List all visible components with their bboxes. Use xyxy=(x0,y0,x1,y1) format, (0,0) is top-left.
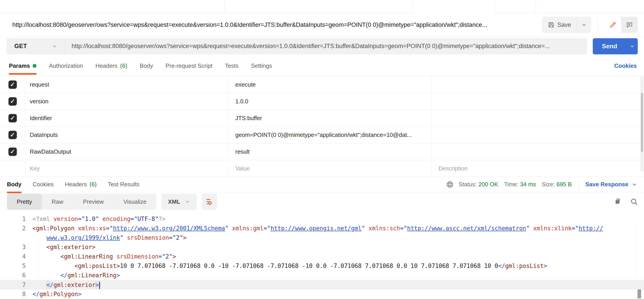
comments-button[interactable] xyxy=(621,17,638,33)
xml-token: <?xml xyxy=(32,216,54,222)
param-description-placeholder[interactable]: Description xyxy=(432,160,644,177)
view-preview[interactable]: Preview xyxy=(73,194,114,210)
param-description-cell[interactable] xyxy=(432,143,644,160)
param-checkbox[interactable]: ✓ xyxy=(8,97,17,106)
xml-token: 10 0 7.071068 -7.071068 0.0 -10 -7.07106… xyxy=(120,262,498,269)
param-key-cell[interactable]: Identifier xyxy=(25,110,228,126)
response-body-editor[interactable]: 1<?xml version="1.0" encoding="UTF-8"?>2… xyxy=(0,212,644,299)
tab-label: Tests xyxy=(225,62,239,69)
xml-token: <gml:LinearRing xyxy=(60,253,113,260)
param-row: ✓DataInputsgeom=POINT(0 0)@mimetype="app… xyxy=(0,126,644,143)
code-content: </gml:Polygon> xyxy=(32,290,82,299)
param-key-cell[interactable]: RawDataOutput xyxy=(25,143,228,160)
xml-token: > xyxy=(95,281,99,288)
param-checkbox[interactable]: ✓ xyxy=(8,131,17,139)
code-line: 7</gml:exterior> xyxy=(0,280,644,290)
response-header: BodyCookiesHeaders(6)Test Results Status… xyxy=(0,177,644,192)
param-description-cell[interactable] xyxy=(432,76,644,93)
param-description-cell[interactable] xyxy=(432,93,644,110)
language-select[interactable]: XML xyxy=(161,194,197,210)
send-button-group: Send xyxy=(593,38,638,54)
save-button[interactable]: Save xyxy=(542,17,577,33)
param-checkbox[interactable]: ✓ xyxy=(8,80,17,89)
line-number xyxy=(0,233,26,242)
tab-authorization[interactable]: Authorization xyxy=(49,58,83,73)
code-line: 5<gml:posList>10 0 7.071068 -7.071068 0.… xyxy=(0,261,644,270)
response-tab-headers[interactable]: Headers(6) xyxy=(65,177,97,192)
param-row: ✓RawDataOutputresult xyxy=(0,143,644,160)
param-checkbox-cell: ✓ xyxy=(0,93,25,110)
param-value-cell[interactable]: 1.0.0 xyxy=(228,93,432,110)
response-tab-body[interactable]: Body xyxy=(7,177,22,192)
request-scrollbar[interactable] xyxy=(640,76,644,172)
param-key-cell[interactable]: DataInputs xyxy=(25,126,228,143)
view-pretty[interactable]: Pretty xyxy=(7,194,42,210)
xml-token: =" xyxy=(400,225,407,232)
param-checkbox[interactable]: ✓ xyxy=(8,148,17,156)
app-tab-bar[interactable] xyxy=(0,0,644,13)
param-checkbox[interactable]: ✓ xyxy=(8,114,17,122)
response-tool-icons xyxy=(614,198,638,206)
xml-token: gml:Polygon xyxy=(39,291,78,298)
xml-token: </ xyxy=(498,262,505,269)
param-value-cell[interactable]: geom=POINT(0 0)@mimetype="application/wk… xyxy=(228,126,432,143)
param-value-cell[interactable]: result xyxy=(228,143,432,160)
url-input[interactable] xyxy=(65,38,587,54)
tab-pre-request-script[interactable]: Pre-request Script xyxy=(166,58,212,73)
view-visualize[interactable]: Visualize xyxy=(114,194,156,210)
response-toolbar: PrettyRawPreviewVisualize XML xyxy=(0,194,644,210)
method-select[interactable]: GET xyxy=(7,38,65,54)
param-row: ✓requestexecute xyxy=(0,76,644,93)
tab-label: Settings xyxy=(251,62,272,69)
param-row: ✓IdentifierJTS:buffer xyxy=(0,110,644,126)
tab-tests[interactable]: Tests xyxy=(225,58,239,73)
scrollbar-thumb[interactable] xyxy=(641,93,643,152)
tab-headers[interactable]: Headers(6) xyxy=(96,58,127,73)
xml-token: srsDimension xyxy=(113,253,158,260)
edit-button[interactable] xyxy=(605,17,621,33)
pencil-icon xyxy=(609,21,616,28)
tab-params[interactable]: Params xyxy=(9,58,36,73)
param-value-cell[interactable]: JTS:buffer xyxy=(228,110,432,126)
view-raw[interactable]: Raw xyxy=(42,194,73,210)
line-number: 4 xyxy=(0,252,26,261)
cookies-link[interactable]: Cookies xyxy=(614,62,637,69)
xml-link[interactable]: http:// xyxy=(579,225,603,232)
wrap-lines-button[interactable] xyxy=(202,194,217,210)
xml-token: ?> xyxy=(158,216,166,222)
save-options-button[interactable] xyxy=(577,17,591,33)
edit-comment-group xyxy=(605,17,638,33)
xml-link[interactable]: www.w3.org/1999/xlink xyxy=(46,234,120,241)
response-tab-cookies[interactable]: Cookies xyxy=(33,177,54,192)
response-tab-test-results[interactable]: Test Results xyxy=(108,177,140,192)
divider xyxy=(578,179,579,190)
chevron-down-icon xyxy=(185,199,190,204)
xml-token: gml:posList xyxy=(505,262,544,269)
tab-label: Params xyxy=(9,62,30,69)
send-options-button[interactable] xyxy=(626,38,638,54)
param-row: ✓version1.0.0 xyxy=(0,93,644,110)
xml-token: xmlns:gml xyxy=(228,225,264,232)
xml-link[interactable]: http://www.opengis.net/gml xyxy=(270,225,362,232)
param-value-cell[interactable]: execute xyxy=(228,76,432,93)
send-button[interactable]: Send xyxy=(593,38,626,54)
active-request-tab[interactable] xyxy=(412,0,495,13)
code-line: 3<gml:exterior> xyxy=(0,242,644,252)
xml-link[interactable]: http://www.w3.org/2001/XMLSchema xyxy=(113,225,225,232)
globe-icon[interactable] xyxy=(446,181,454,188)
copy-button[interactable] xyxy=(614,198,622,206)
xml-token: > xyxy=(183,234,186,241)
tab-settings[interactable]: Settings xyxy=(251,58,272,73)
param-value-placeholder[interactable]: Value xyxy=(228,160,432,177)
search-icon[interactable] xyxy=(630,198,638,206)
xml-link[interactable]: http://www.ascc.net/xml/schematron xyxy=(407,225,526,232)
tab-body[interactable]: Body xyxy=(140,58,153,73)
param-description-cell[interactable] xyxy=(432,126,644,143)
param-key-cell[interactable]: version xyxy=(25,93,228,110)
save-response-button[interactable]: Save Response xyxy=(586,181,637,188)
param-key-cell[interactable]: request xyxy=(25,76,228,93)
param-description-cell[interactable] xyxy=(432,110,644,126)
xml-token: < xyxy=(46,281,50,288)
param-key-placeholder[interactable]: Key xyxy=(25,160,228,177)
xml-token: =" xyxy=(572,225,579,232)
